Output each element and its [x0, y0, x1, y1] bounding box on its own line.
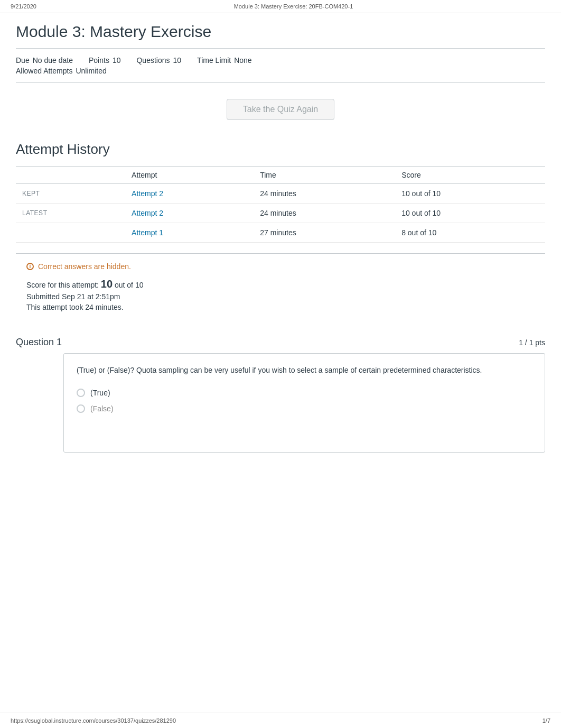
page-title: Module 3: Mastery Exercise: [16, 13, 545, 49]
row-attempt[interactable]: Attempt 2: [125, 184, 254, 204]
attempt-history-table: Attempt Time Score KEPT Attempt 2 24 min…: [16, 166, 545, 243]
row-badge: LATEST: [16, 204, 125, 223]
questions-value: 10: [173, 56, 182, 64]
question-points: 1 / 1 pts: [519, 338, 545, 347]
row-attempt[interactable]: Attempt 2: [125, 204, 254, 223]
points-label: Points: [89, 56, 109, 64]
meta-row-1: Due No due date Points 10 Questions 10 T…: [16, 56, 545, 64]
score-line: Score for this attempt: 10 out of 10: [26, 278, 535, 290]
col-score: Score: [395, 167, 545, 184]
row-attempt[interactable]: Attempt 1: [125, 223, 254, 243]
duration-line: This attempt took 24 minutes.: [26, 303, 535, 311]
radio-true[interactable]: [77, 389, 85, 397]
quiz-actions: Take the Quiz Again: [16, 83, 545, 136]
radio-false[interactable]: [77, 404, 85, 413]
col-time: Time: [254, 167, 395, 184]
due-label: Due: [16, 56, 30, 64]
answer-option-true: (True): [77, 389, 532, 397]
table-header-row: Attempt Time Score: [16, 167, 545, 184]
question-text: (True) or (False)? Quota sampling can be…: [77, 364, 532, 376]
page-container: Module 3: Mastery Exercise Due No due da…: [0, 13, 561, 474]
answer-label-false: (False): [90, 404, 114, 413]
table-row: LATEST Attempt 2 24 minutes 10 out of 10: [16, 204, 545, 223]
table-row: Attempt 1 27 minutes 8 out of 10: [16, 223, 545, 243]
meta-section: Due No due date Points 10 Questions 10 T…: [16, 49, 545, 83]
col-attempt: Attempt: [125, 167, 254, 184]
question-section: Question 1 1 / 1 pts (True) or (False)? …: [16, 333, 545, 453]
row-time: 27 minutes: [254, 223, 395, 243]
table-row: KEPT Attempt 2 24 minutes 10 out of 10: [16, 184, 545, 204]
row-time: 24 minutes: [254, 184, 395, 204]
meta-questions: Questions 10: [136, 56, 181, 64]
row-score: 10 out of 10: [395, 184, 545, 204]
questions-label: Questions: [136, 56, 170, 64]
allowed-attempts-label: Allowed Attempts: [16, 67, 72, 75]
answer-option-false: (False): [77, 404, 532, 413]
score-suffix: out of 10: [115, 281, 144, 289]
score-number: 10: [101, 278, 113, 290]
col-badge: [16, 167, 125, 184]
meta-allowed-attempts: Allowed Attempts Unlimited: [16, 67, 107, 75]
row-score: 10 out of 10: [395, 204, 545, 223]
submitted-line: Submitted Sep 21 at 2:51pm: [26, 292, 535, 301]
correct-answers-note: i Correct answers are hidden.: [26, 262, 535, 271]
row-time: 24 minutes: [254, 204, 395, 223]
meta-row-2: Allowed Attempts Unlimited: [16, 67, 545, 75]
browser-date: 9/21/2020: [11, 3, 36, 10]
take-quiz-button[interactable]: Take the Quiz Again: [227, 99, 334, 120]
meta-points: Points 10: [89, 56, 121, 64]
browser-tab: 9/21/2020 Module 3: Mastery Exercise: 20…: [0, 0, 561, 13]
row-badge: [16, 223, 125, 243]
meta-due: Due No due date: [16, 56, 73, 64]
attempt-history-title: Attempt History: [16, 136, 545, 166]
question-header: Question 1 1 / 1 pts: [16, 333, 545, 353]
correct-answers-text: Correct answers are hidden.: [38, 262, 131, 271]
due-value: No due date: [33, 56, 73, 64]
question-title: Question 1: [16, 337, 62, 348]
browser-tab-title: Module 3: Mastery Exercise: 20FB-COM420-…: [234, 3, 353, 10]
question-box: (True) or (False)? Quota sampling can be…: [63, 353, 545, 453]
answer-label-true: (True): [90, 389, 110, 397]
score-label: Score for this attempt:: [26, 281, 99, 289]
meta-time-limit: Time Limit None: [197, 56, 252, 64]
row-badge: KEPT: [16, 184, 125, 204]
allowed-attempts-value: Unlimited: [76, 67, 106, 75]
time-limit-label: Time Limit: [197, 56, 231, 64]
time-limit-value: None: [234, 56, 251, 64]
info-section: i Correct answers are hidden. Score for …: [16, 253, 545, 322]
points-value: 10: [113, 56, 121, 64]
row-score: 8 out of 10: [395, 223, 545, 243]
info-icon: i: [26, 263, 34, 270]
